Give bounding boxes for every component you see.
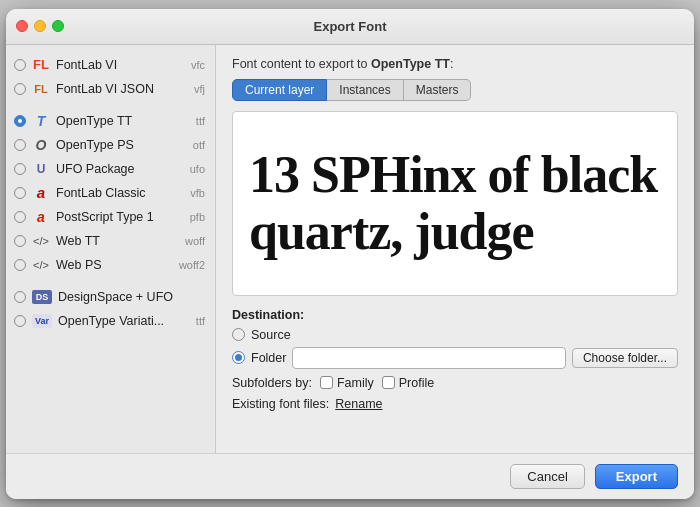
sidebar-label-opentype-tt: OpenType TT: [56, 114, 188, 128]
ufo-package-icon: U: [32, 160, 50, 178]
sidebar-label-designspace-ufo: DesignSpace + UFO: [58, 290, 197, 304]
subfolders-row: Subfolders by: Family Profile: [232, 376, 678, 390]
sidebar: FL FontLab VI vfc FL FontLab VI JSON vfj…: [6, 45, 216, 453]
sidebar-label-opentype-vari: OpenType Variati...: [58, 314, 188, 328]
radio-designspace-ufo[interactable]: [14, 291, 26, 303]
radio-web-tt[interactable]: [14, 235, 26, 247]
radio-fontlab-vi[interactable]: [14, 59, 26, 71]
sidebar-ext-fontlab-classic: vfb: [190, 187, 205, 199]
destination-label: Destination:: [232, 308, 678, 322]
profile-checkbox[interactable]: [382, 376, 395, 389]
sidebar-divider-2: [6, 277, 215, 285]
sidebar-item-designspace-ufo[interactable]: DS DesignSpace + UFO: [6, 285, 215, 309]
sidebar-ext-fontlab-vi-json: vfj: [194, 83, 205, 95]
sidebar-label-fontlab-vi-json: FontLab VI JSON: [56, 82, 186, 96]
radio-postscript-type1[interactable]: [14, 211, 26, 223]
family-checkbox[interactable]: [320, 376, 333, 389]
profile-checkbox-wrap[interactable]: Profile: [382, 376, 434, 390]
radio-opentype-ps[interactable]: [14, 139, 26, 151]
sidebar-ext-postscript-type1: pfb: [190, 211, 205, 223]
maximize-button[interactable]: [52, 20, 64, 32]
tab-masters[interactable]: Masters: [404, 79, 472, 101]
rename-link[interactable]: Rename: [335, 397, 382, 411]
export-button[interactable]: Export: [595, 464, 678, 489]
sidebar-ext-opentype-vari: ttf: [196, 315, 205, 327]
radio-web-ps[interactable]: [14, 259, 26, 271]
panel-header-format: OpenType TT: [371, 57, 450, 71]
preview-area: 13 SPHinx of black quartz, judge: [232, 111, 678, 296]
web-tt-icon: </>: [32, 232, 50, 250]
traffic-lights: [16, 20, 64, 32]
close-button[interactable]: [16, 20, 28, 32]
folder-row: Folder Choose folder...: [232, 347, 678, 369]
source-radio-row: Source: [232, 328, 678, 342]
radio-opentype-vari[interactable]: [14, 315, 26, 327]
sidebar-ext-ufo-package: ufo: [190, 163, 205, 175]
bottom-bar: Cancel Export: [6, 453, 694, 499]
sidebar-label-web-tt: Web TT: [56, 234, 177, 248]
sidebar-item-opentype-ps[interactable]: O OpenType PS otf: [6, 133, 215, 157]
sidebar-label-web-ps: Web PS: [56, 258, 171, 272]
export-font-window: Export Font FL FontLab VI vfc FL FontLab…: [6, 9, 694, 499]
sidebar-item-postscript-type1[interactable]: a PostScript Type 1 pfb: [6, 205, 215, 229]
window-title: Export Font: [314, 19, 387, 34]
profile-label: Profile: [399, 376, 434, 390]
sidebar-divider-1: [6, 101, 215, 109]
fontlab-vi-json-icon: FL: [32, 80, 50, 98]
sidebar-label-fontlab-vi: FontLab VI: [56, 58, 183, 72]
source-radio[interactable]: [232, 328, 245, 341]
sidebar-ext-web-ps: woff2: [179, 259, 205, 271]
opentype-ps-icon: O: [32, 136, 50, 154]
sidebar-item-fontlab-vi[interactable]: FL FontLab VI vfc: [6, 53, 215, 77]
radio-ufo-package[interactable]: [14, 163, 26, 175]
sidebar-item-opentype-tt[interactable]: T OpenType TT ttf: [6, 109, 215, 133]
choose-folder-button[interactable]: Choose folder...: [572, 348, 678, 368]
minimize-button[interactable]: [34, 20, 46, 32]
radio-opentype-tt[interactable]: [14, 115, 26, 127]
sidebar-item-fontlab-vi-json[interactable]: FL FontLab VI JSON vfj: [6, 77, 215, 101]
sidebar-ext-fontlab-vi: vfc: [191, 59, 205, 71]
fontlab-classic-icon: a: [32, 184, 50, 202]
sidebar-label-postscript-type1: PostScript Type 1: [56, 210, 182, 224]
family-checkbox-wrap[interactable]: Family: [320, 376, 374, 390]
panel-header-suffix: :: [450, 57, 453, 71]
sidebar-item-web-tt[interactable]: </> Web TT woff: [6, 229, 215, 253]
source-radio-label: Source: [251, 328, 291, 342]
sidebar-item-fontlab-classic[interactable]: a FontLab Classic vfb: [6, 181, 215, 205]
panel-header: Font content to export to OpenType TT:: [232, 57, 678, 71]
sidebar-item-opentype-vari[interactable]: Var OpenType Variati... ttf: [6, 309, 215, 333]
sidebar-item-web-ps[interactable]: </> Web PS woff2: [6, 253, 215, 277]
designspace-ufo-icon: DS: [32, 290, 52, 304]
sidebar-ext-opentype-tt: ttf: [196, 115, 205, 127]
sidebar-ext-web-tt: woff: [185, 235, 205, 247]
titlebar: Export Font: [6, 9, 694, 45]
opentype-vari-icon: Var: [32, 314, 52, 328]
family-label: Family: [337, 376, 374, 390]
tab-instances[interactable]: Instances: [327, 79, 403, 101]
tab-bar: Current layer Instances Masters: [232, 79, 678, 101]
folder-path-input[interactable]: [292, 347, 566, 369]
opentype-tt-icon: T: [32, 112, 50, 130]
sidebar-label-opentype-ps: OpenType PS: [56, 138, 185, 152]
cancel-button[interactable]: Cancel: [510, 464, 584, 489]
main-panel: Font content to export to OpenType TT: C…: [216, 45, 694, 453]
panel-header-prefix: Font content to export to: [232, 57, 371, 71]
tab-current-layer[interactable]: Current layer: [232, 79, 327, 101]
postscript-type1-icon: a: [32, 208, 50, 226]
web-ps-icon: </>: [32, 256, 50, 274]
existing-label: Existing font files:: [232, 397, 329, 411]
radio-fontlab-classic[interactable]: [14, 187, 26, 199]
sidebar-ext-opentype-ps: otf: [193, 139, 205, 151]
main-content: FL FontLab VI vfc FL FontLab VI JSON vfj…: [6, 45, 694, 453]
sidebar-label-fontlab-classic: FontLab Classic: [56, 186, 182, 200]
subfolders-label: Subfolders by:: [232, 376, 312, 390]
preview-text: 13 SPHinx of black quartz, judge: [249, 146, 661, 260]
folder-radio-label: Folder: [251, 351, 286, 365]
existing-row: Existing font files: Rename: [232, 397, 678, 411]
radio-fontlab-vi-json[interactable]: [14, 83, 26, 95]
destination-section: Destination: Source Folder Choose folder…: [232, 308, 678, 411]
fontlab-vi-icon: FL: [32, 56, 50, 74]
folder-radio[interactable]: [232, 351, 245, 364]
sidebar-item-ufo-package[interactable]: U UFO Package ufo: [6, 157, 215, 181]
sidebar-label-ufo-package: UFO Package: [56, 162, 182, 176]
